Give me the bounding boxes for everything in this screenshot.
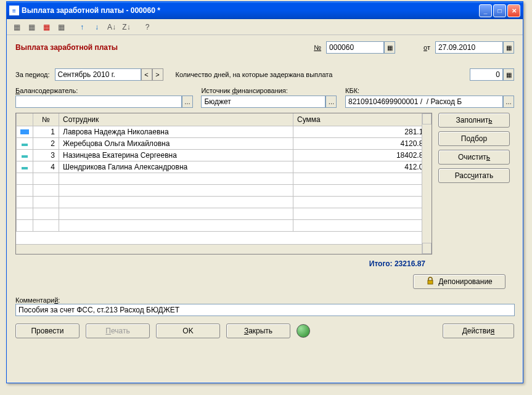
kbk-label: КБК: (345, 87, 514, 94)
balance-holder-picker-icon[interactable]: … (182, 96, 193, 108)
col-num[interactable]: № (33, 113, 59, 126)
vertical-scrollbar[interactable] (422, 113, 432, 254)
grid-header-row: № Сотрудник Сумма (17, 113, 432, 126)
toolbar-down-icon[interactable]: ↓ (91, 21, 103, 33)
period-prev-button[interactable]: < (141, 68, 152, 81)
cell-num[interactable]: 4 (33, 161, 59, 173)
total-label: Итого: (369, 259, 393, 268)
globe-icon[interactable] (297, 324, 310, 338)
toolbar-delete-icon[interactable]: ▦ (40, 21, 52, 33)
date-picker-icon[interactable]: ▦ (503, 41, 514, 54)
comment-label: Комментарий: (15, 296, 514, 304)
toolbar-sort-asc-icon[interactable]: A↓ (105, 21, 118, 33)
close-button[interactable]: ✕ (507, 4, 520, 17)
table-row[interactable] (17, 219, 432, 231)
finance-source-picker-icon[interactable]: … (325, 96, 337, 108)
cell-num[interactable]: 3 (33, 149, 59, 161)
period-next-button[interactable]: > (152, 68, 163, 81)
form-title: Выплата заработной платы (15, 43, 118, 52)
cell-amount[interactable]: 18402.87 (293, 149, 432, 161)
table-row[interactable] (17, 196, 432, 208)
col-marker[interactable] (17, 113, 33, 126)
svg-rect-0 (428, 280, 433, 284)
bottom-buttons: Провести Печать OK Закрыть Действия (15, 324, 514, 338)
toolbar-help-icon[interactable]: ? (141, 21, 153, 33)
window-title: Выплата заработной платы - 000060 * (22, 6, 479, 15)
cell-employee[interactable]: Лаврова Надежда Николаевна (59, 126, 293, 137)
horizontal-scrollbar[interactable] (16, 244, 422, 254)
balance-holder-label: Балансодержатель: (15, 87, 194, 94)
balance-holder-input[interactable] (15, 96, 182, 108)
toolbar-grid3-icon[interactable]: ▦ (55, 21, 67, 33)
period-label: За период: (15, 71, 50, 78)
toolbar: ▦ ▦ ▦ ▦ ↑ ↓ A↓ Z↓ ? (7, 19, 523, 35)
number-input[interactable] (326, 41, 384, 54)
col-amount[interactable]: Сумма (293, 113, 432, 126)
cell-amount[interactable]: 281.10 (293, 126, 432, 137)
kbk-input[interactable] (345, 96, 503, 108)
pick-button[interactable]: Подбор (438, 131, 510, 146)
toolbar-grid-icon[interactable]: ▦ (10, 21, 23, 33)
comment-input[interactable] (15, 304, 515, 316)
post-button[interactable]: Провести (15, 324, 80, 338)
cell-employee[interactable]: Жеребцова Ольга Михайловна (59, 137, 293, 149)
fill-button[interactable]: Заполнить (438, 113, 510, 128)
table-row[interactable]: 4Шендрикова Галина Александровна412.08 (17, 161, 432, 173)
print-button[interactable]: Печать (86, 324, 150, 338)
deposit-label: Депонирование (438, 277, 493, 286)
row-marker-icon (22, 167, 28, 169)
ok-button[interactable]: OK (156, 324, 220, 338)
table-row[interactable]: 1Лаврова Надежда Николаевна281.10 (17, 126, 432, 137)
number-picker-icon[interactable]: ▦ (384, 41, 395, 54)
actions-button[interactable]: Действия (443, 324, 514, 338)
clear-button[interactable]: Очистить (438, 150, 510, 165)
toolbar-up-icon[interactable]: ↑ (76, 21, 88, 33)
kbk-picker-icon[interactable]: … (503, 96, 514, 108)
table-row[interactable] (17, 208, 432, 219)
form-content: Выплата заработной платы № ▦ от ▦ За пер… (7, 35, 523, 344)
minimize-button[interactable]: _ (479, 4, 492, 17)
cell-amount[interactable]: 4120.82 (293, 137, 432, 149)
maximize-button[interactable]: □ (493, 4, 506, 17)
date-input[interactable] (435, 41, 503, 54)
calc-button[interactable]: Рассчитать (438, 168, 510, 183)
period-input[interactable] (55, 68, 141, 81)
table-row[interactable] (17, 173, 432, 184)
deposit-button[interactable]: Депонирование (413, 274, 505, 289)
delay-picker-icon[interactable]: ▦ (503, 68, 514, 81)
cell-amount[interactable]: 412.08 (293, 161, 432, 173)
cell-employee[interactable]: Шендрикова Галина Александровна (59, 161, 293, 173)
total-row: Итого: 23216.87 (15, 259, 425, 268)
cell-num[interactable]: 2 (33, 137, 59, 149)
row-marker-icon (22, 144, 28, 146)
employee-grid[interactable]: № Сотрудник Сумма 1Лаврова Надежда Никол… (15, 113, 432, 255)
window-controls: _ □ ✕ (479, 4, 520, 17)
number-label: № (314, 44, 321, 51)
col-employee[interactable]: Сотрудник (59, 113, 293, 126)
finance-source-label: Источник финансирования: (201, 87, 338, 94)
table-row[interactable]: 2Жеребцова Ольга Михайловна4120.82 (17, 137, 432, 149)
cell-employee[interactable]: Назинцева Екатерина Сергеевна (59, 149, 293, 161)
close-form-button[interactable]: Закрыть (226, 324, 290, 338)
row-marker-icon (22, 155, 28, 158)
document-icon: ≡ (9, 6, 19, 15)
delay-label: Количество дней, на которые задержана вы… (176, 71, 333, 78)
delay-input[interactable] (470, 68, 503, 81)
cell-num[interactable]: 1 (33, 126, 59, 137)
finance-source-input[interactable] (201, 96, 325, 108)
lock-icon (426, 277, 435, 287)
titlebar: ≡ Выплата заработной платы - 000060 * _ … (7, 2, 523, 19)
date-label: от (424, 44, 430, 51)
side-buttons: Заполнить Подбор Очистить Рассчитать (438, 113, 510, 255)
toolbar-grid2-icon[interactable]: ▦ (25, 21, 38, 33)
app-window: ≡ Выплата заработной платы - 000060 * _ … (6, 1, 523, 383)
total-value: 23216.87 (395, 259, 425, 268)
table-row[interactable]: 3Назинцева Екатерина Сергеевна18402.87 (17, 149, 432, 161)
toolbar-sort-desc-icon[interactable]: Z↓ (120, 21, 133, 33)
table-row[interactable] (17, 184, 432, 196)
row-marker-icon (20, 129, 29, 134)
